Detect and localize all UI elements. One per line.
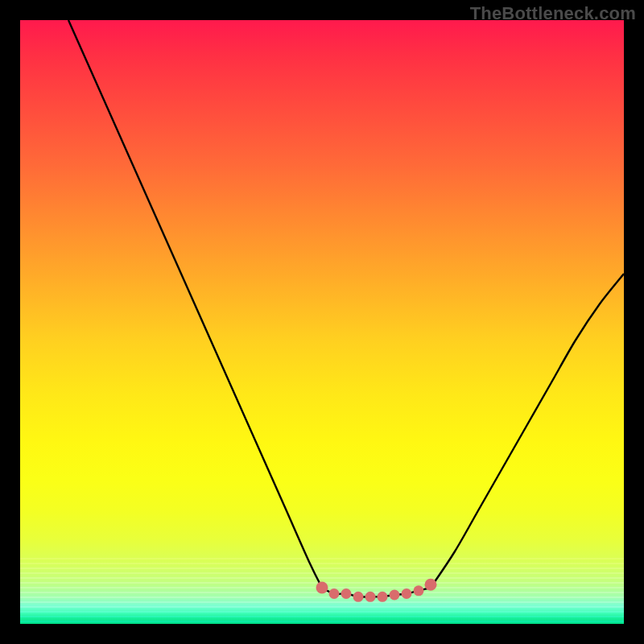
floor-marker-dot xyxy=(390,590,400,601)
floor-marker-group xyxy=(316,579,437,602)
floor-marker-dot xyxy=(329,588,340,599)
floor-marker-dot xyxy=(316,582,328,594)
chart-stage: TheBottleneck.com xyxy=(0,0,644,644)
floor-marker-dot xyxy=(365,592,376,602)
floor-marker-dot xyxy=(378,592,388,602)
floor-marker-dot xyxy=(425,579,437,591)
curve-layer xyxy=(20,20,624,624)
floor-marker-dot xyxy=(353,592,364,602)
floor-marker-dot xyxy=(402,588,412,599)
right-branch-path xyxy=(431,274,624,588)
floor-marker-dot xyxy=(341,588,352,599)
plot-area xyxy=(20,20,624,624)
left-branch-path xyxy=(68,20,322,588)
floor-marker-dot xyxy=(414,585,424,596)
